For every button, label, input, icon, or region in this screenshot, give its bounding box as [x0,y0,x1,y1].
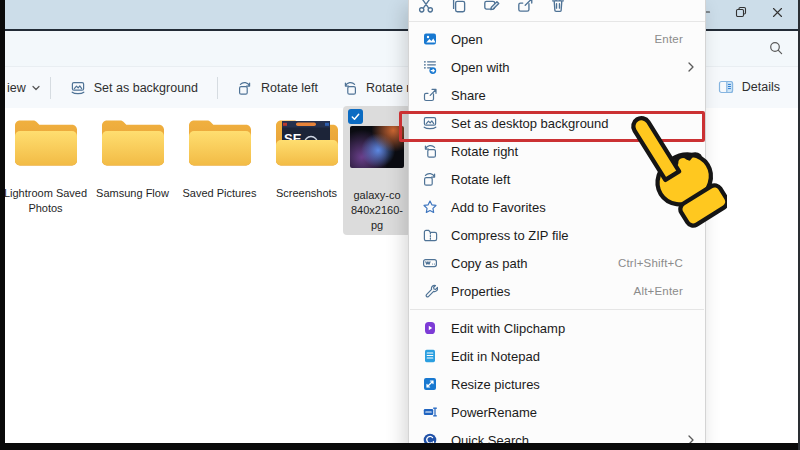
rotate-left-button[interactable]: Rotate left [225,74,330,102]
menu-item-label: Copy as path [451,256,618,271]
screenshot-border-bottom [0,443,800,450]
selection-checkbox[interactable] [348,109,363,124]
copy-button[interactable] [450,0,468,21]
add-to-favorites-icon [422,199,438,215]
set-as-background-button[interactable]: Set as background [58,74,210,102]
menu-item-shortcut: Alt+Enter [634,285,683,297]
check-icon [350,108,361,126]
galaxy-image-thumbnail [350,126,404,168]
menu-item-resize-pictures[interactable]: Resize pictures [409,370,705,398]
folder-name-label: Lightroom Saved Photos [4,186,88,215]
menu-item-label: Open [451,32,655,47]
view-label: iew [7,81,26,95]
folder-icon [13,116,79,170]
folder-tile-saved-pictures[interactable]: Saved Pictures [176,110,263,215]
menu-item-open[interactable]: Open Enter [409,25,705,53]
rotate-right-icon [422,143,438,159]
share-icon [422,87,438,103]
search-button[interactable] [766,40,786,60]
folder-icon [187,116,253,170]
chevron-down-icon [31,81,41,95]
compress-zip-icon [422,227,438,243]
menu-item-edit-in-notepad[interactable]: Edit in Notepad [409,342,705,370]
details-label: Details [742,80,780,94]
search-icon [768,40,784,60]
folder-icon-with-preview: SE [274,116,340,170]
rotate-right-icon [342,80,358,96]
menu-item-label: PowerRename [451,405,695,420]
open-with-icon [422,59,438,75]
menu-item-properties[interactable]: Properties Alt+Enter [409,277,705,305]
delete-icon [549,0,567,17]
folder-icon [100,116,166,170]
menu-item-label: Resize pictures [451,377,695,392]
folder-tile-samsung-flow[interactable]: Samsung Flow [89,110,176,215]
cut-icon [417,0,435,17]
folder-tile-lightroom-saved-photos[interactable]: Lightroom Saved Photos [2,110,89,215]
folder-name-label: Screenshots [276,186,337,201]
copy-icon [450,0,468,17]
rename-icon [483,0,501,17]
file-name-label: galaxy-co 840x2160- pg [343,188,411,233]
menu-item-copy-as-path[interactable]: Copy as path Ctrl+Shift+C [409,249,705,277]
clipchamp-icon [422,320,438,336]
menu-item-shortcut: Ctrl+Shift+C [618,257,683,269]
window-controls [694,3,788,25]
folder-name-label: Saved Pictures [183,186,257,201]
resize-pictures-icon [422,376,438,392]
hand-cursor [622,100,727,235]
quick-actions-row [409,0,705,22]
rotate-left-icon [237,80,253,96]
close-button[interactable] [766,3,788,25]
menu-item-label: Edit in Notepad [451,349,695,364]
close-icon [771,5,784,23]
share-button[interactable] [516,0,534,21]
maximize-restore-icon [734,5,748,23]
open-icon [422,31,438,47]
menu-item-label: Properties [451,284,634,299]
menu-item-label: Open with [451,60,685,75]
menu-item-shortcut: Enter [655,33,684,45]
toolbar-button-label: Set as background [94,81,198,95]
notepad-icon [422,348,438,364]
details-pane-icon [718,79,734,95]
share-icon [516,0,534,17]
powerrename-icon [422,404,438,420]
cut-button[interactable] [417,0,435,21]
menu-item-powerrename[interactable]: PowerRename [409,398,705,426]
properties-icon [422,283,438,299]
submenu-chevron-icon [685,61,695,73]
maximize-button[interactable] [730,3,752,25]
toolbar-separator [217,77,218,99]
menu-item-edit-with-clipchamp[interactable]: Edit with Clipchamp [409,314,705,342]
copy-as-path-icon [422,255,438,271]
toolbar-button-label: Rotate left [261,81,318,95]
view-dropdown[interactable]: iew [5,76,43,100]
screenshot-border-left [0,0,5,450]
menu-item-open-with[interactable]: Open with [409,53,705,81]
folder-tile-screenshots[interactable]: SE Screenshots [263,110,350,215]
rotate-left-icon [422,171,438,187]
details-button[interactable]: Details [718,67,780,106]
file-explorer-window: iew Set as backgroundRotate leftRotate r… [0,0,800,450]
delete-button[interactable] [549,0,567,21]
set-as-desktop-background-icon [70,80,86,96]
folder-name-label: Samsung Flow [96,186,169,201]
rename-button[interactable] [483,0,501,21]
menu-divider [410,309,704,310]
toolbar-separator [50,77,51,99]
menu-item-label: Edit with Clipchamp [451,321,695,336]
